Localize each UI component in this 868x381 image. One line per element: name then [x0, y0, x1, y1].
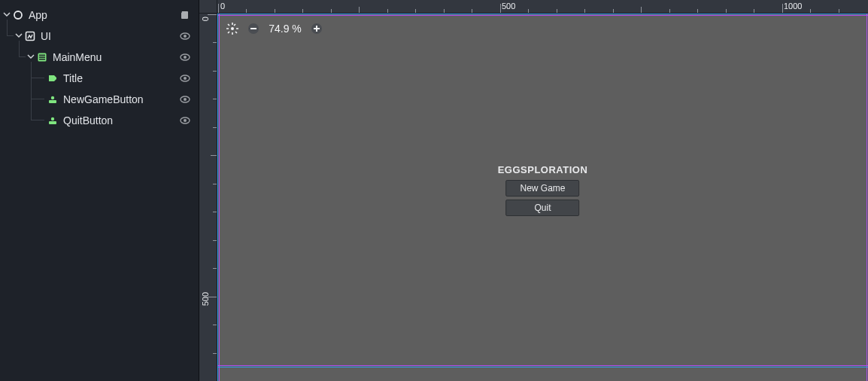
vbox-container-icon: [36, 51, 48, 63]
svg-point-11: [184, 77, 187, 80]
button-icon: [47, 114, 59, 126]
svg-point-13: [51, 96, 54, 99]
node-label: QuitButton: [63, 114, 179, 126]
caret-icon[interactable]: [14, 32, 24, 39]
node-label: UI: [41, 30, 179, 42]
center-view-icon[interactable]: [225, 21, 240, 36]
tree-node-mainmenu[interactable]: MainMenu: [0, 47, 199, 68]
visibility-toggle-icon[interactable]: [179, 93, 191, 105]
node-icon: [12, 9, 24, 21]
node-label: Title: [63, 72, 179, 84]
preview-newgame-label: New Game: [520, 183, 565, 194]
ruler-top[interactable]: 0 500 1000: [217, 0, 868, 14]
svg-point-20: [231, 27, 234, 30]
viewport-panel: 0 500 1000: [199, 0, 868, 381]
tree-node-quitbutton[interactable]: QuitButton: [0, 110, 199, 131]
svg-point-19: [184, 119, 187, 122]
preview-newgame-button[interactable]: New Game: [506, 180, 580, 197]
svg-rect-6: [39, 56, 45, 58]
app-root: App UI: [0, 0, 868, 381]
zoom-out-icon[interactable]: [246, 21, 261, 36]
svg-point-3: [184, 35, 187, 38]
ruler-corner: [199, 0, 217, 14]
tree-node-title[interactable]: Title: [0, 68, 199, 89]
tree-node-ui[interactable]: UI: [0, 26, 199, 47]
zoom-toolbar: 74.9 %: [225, 21, 324, 36]
visibility-toggle-icon[interactable]: [179, 30, 191, 42]
node-label: NewGameButton: [63, 93, 179, 105]
caret-icon[interactable]: [2, 11, 12, 18]
svg-rect-7: [39, 59, 45, 60]
tree-node-app[interactable]: App: [0, 5, 199, 26]
visibility-toggle-icon[interactable]: [179, 114, 191, 126]
svg-point-9: [184, 56, 187, 59]
preview-quit-button[interactable]: Quit: [506, 200, 580, 216]
preview-title-label: EGGSPLORATION: [498, 164, 588, 175]
svg-point-17: [51, 117, 54, 120]
ruler-label: 500: [502, 2, 515, 11]
ruler-label: 1000: [784, 2, 802, 11]
svg-rect-22: [250, 28, 256, 29]
preview-mainmenu: EGGSPLORATION New Game Quit: [498, 164, 588, 216]
ruler-label: 0: [201, 17, 210, 21]
node-label: MainMenu: [53, 51, 179, 63]
scene-tree-panel: App UI: [0, 0, 199, 381]
zoom-level[interactable]: 74.9 %: [267, 23, 303, 35]
button-icon: [47, 93, 59, 105]
canvas-2d-viewport[interactable]: 74.9 % EGGSPLORATION New Game Quit: [217, 14, 868, 381]
canvas-layer-icon: [24, 30, 36, 42]
zoom-in-icon[interactable]: [309, 21, 324, 36]
ruler-label: 500: [201, 292, 210, 306]
svg-point-15: [184, 98, 187, 101]
ruler-label: 0: [220, 2, 225, 11]
visibility-toggle-icon[interactable]: [179, 72, 191, 84]
label-icon: [47, 72, 59, 84]
svg-point-0: [14, 11, 22, 19]
svg-rect-16: [49, 121, 56, 124]
node-label: App: [29, 9, 179, 21]
tree-node-newgamebutton[interactable]: NewGameButton: [0, 89, 199, 110]
svg-rect-5: [39, 55, 45, 56]
preview-quit-label: Quit: [534, 203, 551, 213]
ruler-left[interactable]: 0 500: [199, 14, 217, 381]
caret-icon[interactable]: [26, 53, 36, 60]
svg-rect-12: [49, 100, 56, 103]
svg-rect-25: [316, 26, 317, 32]
visibility-toggle-icon[interactable]: [179, 51, 191, 63]
script-icon[interactable]: [179, 9, 191, 21]
